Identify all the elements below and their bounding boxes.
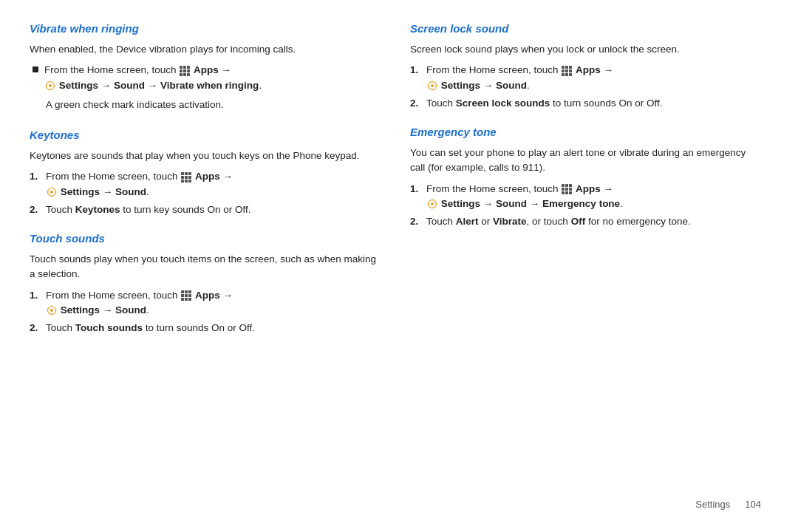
settings-icon [47,305,57,316]
right-column: Screen lock sound Screen lock sound play… [410,22,761,491]
svg-point-26 [432,200,433,201]
section-touch-sounds: Touch sounds Touch sounds play when you … [30,232,381,335]
settings-icon [427,199,437,209]
svg-point-4 [46,85,47,86]
svg-point-23 [436,85,437,86]
emergency-tone-steps: 1. From the Home screen, touch Apps → [410,182,761,230]
vibrate-when-ringing-desc: When enabled, the Device vibration plays… [30,42,381,57]
svg-point-11 [55,191,57,193]
emergency-tone-step-2: 2. Touch Alert or Vibrate, or touch Off … [410,214,761,229]
svg-point-21 [432,89,433,90]
section-screen-lock-sound: Screen lock sound Screen lock sound play… [410,22,761,111]
emergency-tone-desc: You can set your phone to play an alert … [410,146,761,176]
settings-icon [427,81,437,91]
keytones-desc: Keytones are sounds that play when you t… [30,149,381,163]
screen-lock-step-2-text: Touch Screen lock sounds to turn sounds … [426,96,662,111]
step-num: 2. [410,96,422,111]
step-num: 2. [30,202,41,217]
touch-sounds-step-1-text: From the Home screen, touch Apps → [46,288,233,318]
svg-point-13 [50,309,53,312]
svg-point-19 [431,84,434,87]
svg-point-16 [47,310,49,311]
svg-point-7 [50,191,53,194]
footer: Settings 104 [30,491,761,510]
keytones-step-2: 2. Touch Keytones to turn key sounds On … [30,202,381,217]
step-num: 2. [30,321,41,335]
screen-lock-sound-title: Screen lock sound [410,22,761,35]
settings-icon [47,187,57,197]
section-vibrate-when-ringing: Vibrate when ringing When enabled, the D… [30,22,381,114]
svg-point-10 [47,191,49,193]
svg-point-17 [55,310,57,311]
svg-point-28 [428,203,429,205]
bullet-icon [33,66,38,72]
touch-sounds-step-1: 1. From the Home screen, touch Apps → [30,288,381,318]
svg-point-22 [428,85,429,86]
vibrate-extra-text: A green check mark indicates activation. [46,98,381,112]
left-column: Vibrate when ringing When enabled, the D… [30,22,381,491]
keytones-step-1: 1. From the Home screen, touch Apps → [30,169,381,200]
section-keytones: Keytones Keytones are sounds that play w… [30,129,381,217]
keytones-steps: 1. From the Home screen, touch Apps → [30,169,381,217]
page-number: 104 [745,499,761,510]
vibrate-when-ringing-title: Vibrate when ringing [30,22,381,35]
touch-sounds-title: Touch sounds [30,232,381,245]
svg-point-15 [51,314,52,316]
keytones-title: Keytones [30,129,381,141]
svg-point-25 [431,202,434,205]
emergency-tone-step-2-text: Touch Alert or Vibrate, or touch Off for… [426,214,691,229]
footer-label: Settings [695,499,730,510]
svg-point-27 [432,208,433,209]
section-emergency-tone: Emergency tone You can set your phone to… [410,126,761,229]
screen-lock-sound-desc: Screen lock sound plays when you lock or… [410,42,761,57]
vibrate-bullet-item: From the Home screen, touch Apps → [33,63,381,93]
content-columns: Vibrate when ringing When enabled, the D… [30,22,761,491]
touch-sounds-steps: 1. From the Home screen, touch Apps → [30,288,381,336]
screen-lock-step-1-text: From the Home screen, touch Apps → [426,63,613,93]
keytones-step-1-text: From the Home screen, touch Apps → [46,169,233,200]
touch-sounds-step-2: 2. Touch Touch sounds to turn sounds On … [30,321,381,335]
step-num: 1. [30,169,41,184]
page: Vibrate when ringing When enabled, the D… [0,0,798,532]
svg-point-3 [50,89,51,90]
svg-point-1 [49,84,52,87]
svg-point-9 [51,195,52,197]
vibrate-bullet-text: From the Home screen, touch Apps → [44,63,262,93]
step-num: 1. [410,182,422,197]
apps-icon [180,66,190,76]
screen-lock-steps: 1. From the Home screen, touch Apps → [410,63,761,111]
step-num: 1. [30,288,41,303]
svg-point-5 [54,85,55,86]
emergency-tone-title: Emergency tone [410,126,761,138]
apps-icon [562,184,572,194]
apps-icon [181,290,191,301]
emergency-tone-step-1: 1. From the Home screen, touch Apps → [410,182,761,212]
apps-icon [562,66,572,76]
keytones-step-2-text: Touch Keytones to turn key sounds On or … [46,202,250,217]
screen-lock-step-1: 1. From the Home screen, touch Apps → [410,63,761,93]
screen-lock-step-2: 2. Touch Screen lock sounds to turn soun… [410,96,761,111]
touch-sounds-desc: Touch sounds play when you touch items o… [30,252,381,282]
touch-sounds-step-2-text: Touch Touch sounds to turn sounds On or … [46,321,255,335]
svg-point-2 [50,81,51,82]
svg-point-29 [436,203,437,205]
step-num: 2. [410,214,422,229]
step-num: 1. [410,63,422,78]
settings-icon [45,81,55,91]
svg-point-20 [432,81,433,82]
svg-point-8 [51,187,52,188]
emergency-tone-step-1-text: From the Home screen, touch Apps → [426,182,623,212]
apps-icon [181,172,191,183]
svg-point-14 [51,306,52,307]
